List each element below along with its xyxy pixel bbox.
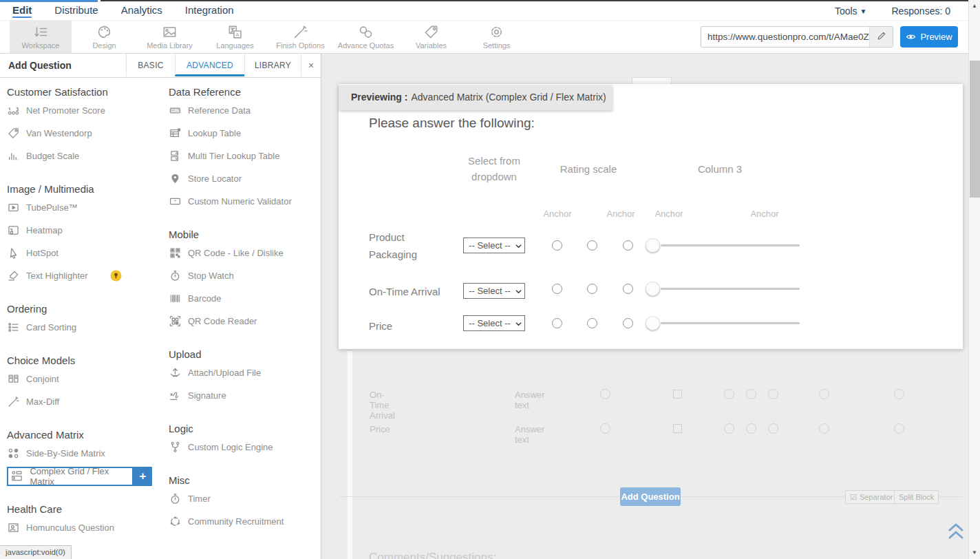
matrix-slider-handle-on-time-arrival[interactable] — [646, 282, 660, 296]
sidebar-item-community-recruitment[interactable]: Community Recruitment — [169, 510, 319, 533]
sidebar-item-conjoint[interactable]: Conjoint — [7, 368, 161, 390]
edit-url-button[interactable] — [869, 27, 893, 47]
toolbar-button-advance-quotas[interactable]: Advance Quotas — [333, 21, 398, 53]
sidebar-item-text-highlighter[interactable]: Text Highlighter — [7, 264, 161, 287]
sidebar-item-tubepulse[interactable]: TubePulse™ — [7, 196, 161, 219]
scrollbar-down-arrow[interactable]: ▼ — [969, 547, 980, 558]
matrix-row-label-product-packaging: Product Packaging — [369, 229, 425, 263]
multi-tier-icon — [169, 150, 181, 162]
matrix-slider-track-product-packaging[interactable] — [661, 244, 800, 246]
split-block-button[interactable]: Split Block — [894, 490, 939, 504]
sidebar-item-qr-code-like-dislike[interactable]: QR Code - Like / Dislike — [169, 242, 319, 264]
toolbar-button-languages[interactable]: ALanguages — [202, 21, 268, 53]
matrix-radio-price-3[interactable] — [623, 318, 633, 328]
bg-checkbox-on-time-arrival — [673, 390, 682, 399]
matrix-select-price[interactable]: -- Select -- — [463, 315, 525, 331]
bg-radio-on-time-arrival-2 — [724, 389, 734, 399]
toolbar-button-settings[interactable]: Settings — [464, 21, 529, 53]
toolbar-button-label: Settings — [483, 41, 511, 50]
matrix-radio-on-time-arrival-2[interactable] — [587, 284, 597, 294]
nav-item-distribute[interactable]: Distribute — [54, 4, 98, 18]
preview-button[interactable]: Preview — [900, 26, 958, 48]
sidebar-item-card-sorting[interactable]: Card Sorting — [7, 316, 161, 339]
tab-basic[interactable]: BASIC — [126, 54, 175, 76]
close-icon[interactable]: × — [301, 54, 321, 76]
scrollbar-up-arrow[interactable]: ▲ — [969, 1, 980, 12]
matrix-radio-product-packaging-1[interactable] — [552, 240, 562, 251]
add-complex-grid-flex-matrix-button[interactable]: + — [134, 467, 152, 486]
toolbar-button-workspace[interactable]: Workspace — [10, 21, 72, 53]
matrix-slider-track-price[interactable] — [661, 322, 800, 324]
select-placeholder: -- Select -- — [464, 240, 515, 251]
sidebar-item-max-diff[interactable]: Max-Diff — [7, 390, 161, 413]
vertical-scrollbar[interactable]: ▲ ▼ — [968, 0, 980, 559]
nav-item-edit[interactable]: Edit — [12, 4, 32, 18]
tab-advanced[interactable]: ADVANCED — [175, 54, 244, 76]
sidebar-item-custom-logic-engine[interactable]: Custom Logic Engine — [169, 436, 319, 458]
sidebar-item-homunculus-question[interactable]: Homunculus Question — [7, 516, 161, 539]
section-title-upload: Upload — [169, 348, 319, 361]
sidebar-item-net-promoter-score[interactable]: Net Promoter Score — [7, 99, 161, 122]
sidebar-item-complex-grid-flex-matrix[interactable]: Complex Grid / Flex Matrix — [7, 467, 134, 486]
section-title-choice-models: Choice Models — [7, 354, 161, 368]
matrix-slider-handle-price[interactable] — [646, 316, 660, 330]
section-mobile: MobileQR Code - Like / DislikeStop Watch… — [169, 228, 319, 333]
toolbar-button-label: Media Library — [147, 41, 193, 50]
palette-icon — [97, 25, 111, 39]
matrix-slider-track-on-time-arrival[interactable] — [661, 288, 800, 290]
sidebar-item-side-by-side-matrix[interactable]: Side-By-Side Matrix — [7, 442, 161, 465]
separator-toggle[interactable]: ☑ Separator — [845, 490, 897, 504]
survey-url-input[interactable]: https://www.questionpro.com/t/AMae0Zhr — [701, 32, 869, 42]
sidebar-item-barcode[interactable]: Barcode — [169, 287, 319, 310]
toolbar-button-variables[interactable]: Variables — [398, 21, 464, 53]
matrix-radio-on-time-arrival-1[interactable] — [552, 284, 562, 294]
sidebar-item-custom-numeric-validator[interactable]: *Custom Numeric Validator — [169, 190, 319, 213]
item-label: HotSpot — [26, 248, 58, 258]
survey-url-box: https://www.questionpro.com/t/AMae0Zhr — [701, 26, 893, 48]
matrix-slider-handle-product-packaging[interactable] — [646, 238, 660, 253]
section-title-image-multimedia: Image / Multimedia — [7, 182, 161, 196]
upload-icon — [169, 367, 181, 379]
matrix-radio-product-packaging-3[interactable] — [623, 240, 633, 251]
sidebar-item-store-locator[interactable]: Store Locator — [169, 167, 319, 190]
question-types-column-2: Data Reference94123Reference DataLookup … — [169, 77, 319, 533]
matrix-radio-on-time-arrival-3[interactable] — [623, 284, 633, 294]
matrix-row-label-on-time-arrival: On-Time Arrival — [369, 283, 465, 300]
toolbar-button-finish-options[interactable]: Finish Options — [268, 21, 333, 53]
tag-icon — [424, 25, 438, 39]
sidebar-item-hotspot[interactable]: HotSpot — [7, 242, 161, 264]
matrix-select-on-time-arrival[interactable]: -- Select -- — [463, 283, 525, 299]
matrix-row-label-price: Price — [369, 317, 465, 335]
sidebar-item-van-westendorp[interactable]: Van Westendorp — [7, 122, 161, 145]
sidebar-item-budget-scale[interactable]: Budget Scale — [7, 145, 161, 167]
sidebar-item-signature[interactable]: Signature — [169, 384, 319, 407]
matrix-radio-product-packaging-2[interactable] — [587, 240, 597, 251]
sidebar-item-lookup-table[interactable]: Lookup Table — [169, 122, 319, 145]
panel-title: Add Question — [8, 54, 72, 77]
add-question-button[interactable]: Add Question — [620, 487, 681, 506]
item-label: QR Code Reader — [188, 316, 257, 326]
matrix-radio-price-2[interactable] — [587, 318, 597, 328]
sidebar-item-attach-upload-file[interactable]: Attach/Upload File — [169, 361, 319, 384]
matrix-select-product-packaging[interactable]: -- Select -- — [463, 238, 525, 253]
sidebar-item-stop-watch[interactable]: Stop Watch — [169, 264, 319, 287]
nav-item-integration[interactable]: Integration — [185, 4, 234, 18]
sidebar-item-timer[interactable]: Timer — [169, 487, 319, 510]
tools-dropdown[interactable]: Tools ▼ — [835, 6, 866, 17]
video-icon — [7, 202, 19, 214]
tab-library[interactable]: LIBRARY — [244, 54, 301, 76]
scroll-to-top-button[interactable] — [946, 522, 966, 543]
matrix-radio-price-1[interactable] — [552, 318, 562, 328]
toolbar-button-media-library[interactable]: Media Library — [137, 21, 202, 53]
section-health-care: Health CareHomunculus Question — [7, 503, 161, 539]
nav-item-analytics[interactable]: Analytics — [121, 4, 162, 18]
sidebar-item-heatmap[interactable]: Heatmap — [7, 219, 161, 242]
matrix-column-header-2: Rating scale — [547, 161, 630, 177]
sidebar-item-multi-tier-lookup-table[interactable]: Multi Tier Lookup Table — [169, 145, 319, 167]
preview-label: Preview — [920, 32, 952, 42]
sidebar-item-qr-code-reader[interactable]: QR Code Reader — [169, 310, 319, 333]
sidebar-item-reference-data[interactable]: 94123Reference Data — [169, 99, 319, 122]
item-label: Attach/Upload File — [188, 368, 261, 378]
toolbar-button-design[interactable]: Design — [72, 21, 137, 53]
scrollbar-thumb[interactable] — [970, 61, 980, 198]
